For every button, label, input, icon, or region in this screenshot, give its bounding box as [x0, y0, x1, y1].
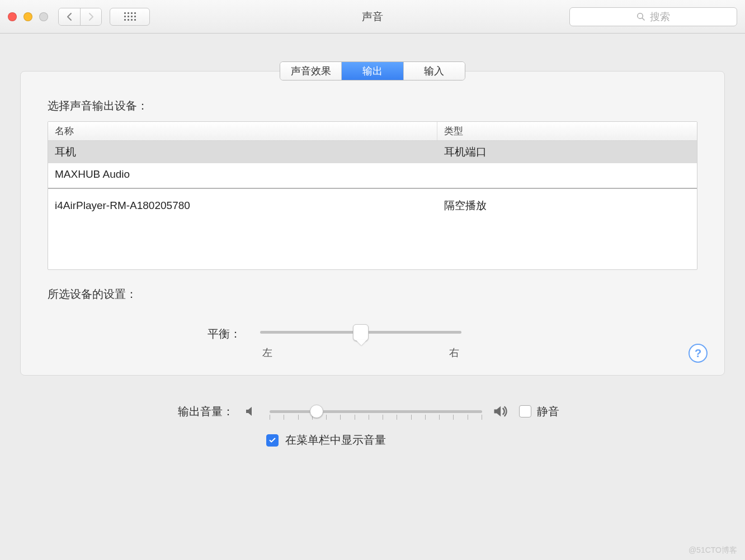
tab-sound-effects[interactable]: 声音效果 [280, 62, 341, 80]
zoom-window-button[interactable] [39, 12, 48, 21]
device-table-body: 耳机 耳机端口 MAXHUB Audio i4AirPlayer-RM-A180… [48, 141, 697, 217]
volume-low-icon [244, 404, 260, 419]
volume-track [270, 410, 482, 413]
balance-label: 平衡： [48, 324, 260, 341]
menubar-volume-row: 在菜单栏中显示音量 [20, 433, 725, 448]
output-panel: 选择声音输出设备： 名称 类型 耳机 耳机端口 MAXHUB Audio i4A… [20, 71, 725, 376]
tab-input[interactable]: 输入 [403, 62, 465, 80]
mute-checkbox-row: 静音 [519, 404, 559, 419]
volume-row: 输出音量： 静音 [20, 404, 725, 419]
select-device-label: 选择声音输出设备： [48, 98, 697, 113]
nav-buttons [58, 8, 102, 26]
watermark: @51CTO博客 [689, 545, 737, 556]
balance-right-label: 右 [449, 346, 459, 359]
search-placeholder: 搜索 [650, 10, 670, 23]
show-in-menubar-checkbox[interactable] [266, 434, 279, 447]
balance-left-label: 左 [262, 346, 272, 359]
device-type: 耳机端口 [437, 145, 697, 159]
main-content: 声音效果 输出 输入 选择声音输出设备： 名称 类型 耳机 耳机端口 MAXHU… [0, 34, 745, 387]
check-icon [268, 436, 276, 444]
device-type: 隔空播放 [437, 198, 697, 213]
close-window-button[interactable] [8, 12, 17, 21]
device-row[interactable]: 耳机 耳机端口 [48, 141, 697, 163]
mute-checkbox[interactable] [519, 405, 531, 417]
balance-thumb[interactable] [353, 324, 369, 341]
help-button[interactable]: ? [689, 344, 708, 363]
device-settings-label: 所选设备的设置： [48, 287, 697, 302]
search-icon [636, 12, 645, 21]
column-name-header[interactable]: 名称 [48, 122, 437, 140]
device-row[interactable]: i4AirPlayer-RM-A180205780 隔空播放 [48, 194, 697, 217]
mute-label: 静音 [537, 404, 559, 419]
titlebar: 声音 搜索 [0, 0, 745, 34]
search-input[interactable]: 搜索 [569, 7, 737, 26]
show-all-prefs-button[interactable] [110, 8, 150, 26]
show-in-menubar-label: 在菜单栏中显示音量 [285, 433, 386, 448]
forward-button[interactable] [80, 8, 101, 25]
device-name: MAXHUB Audio [48, 168, 437, 181]
volume-thumb[interactable] [310, 405, 323, 418]
tab-bar: 声音效果 输出 输入 [280, 61, 465, 80]
volume-high-icon [492, 404, 508, 419]
tab-output[interactable]: 输出 [341, 62, 403, 80]
device-table-header: 名称 类型 [48, 122, 697, 141]
volume-slider[interactable] [270, 410, 482, 413]
grid-icon [124, 12, 136, 21]
balance-slider[interactable]: 左 右 [260, 324, 461, 359]
device-name: i4AirPlayer-RM-A180205780 [48, 200, 437, 212]
minimize-window-button[interactable] [23, 12, 32, 21]
device-name: 耳机 [48, 145, 437, 159]
window-controls [8, 12, 48, 21]
device-separator [48, 188, 697, 189]
volume-label: 输出音量： [20, 404, 244, 419]
bottom-area: 输出音量： 静音 在菜单栏中显示音量 [0, 387, 745, 448]
back-button[interactable] [59, 8, 80, 25]
volume-ticks [270, 415, 482, 420]
device-table: 名称 类型 耳机 耳机端口 MAXHUB Audio i4AirPlayer-R… [48, 121, 697, 270]
balance-endpoints: 左 右 [260, 346, 461, 359]
balance-row: 平衡： 左 右 [48, 324, 697, 359]
balance-track [260, 331, 461, 334]
column-type-header[interactable]: 类型 [437, 125, 697, 137]
device-row[interactable]: MAXHUB Audio [48, 163, 697, 186]
